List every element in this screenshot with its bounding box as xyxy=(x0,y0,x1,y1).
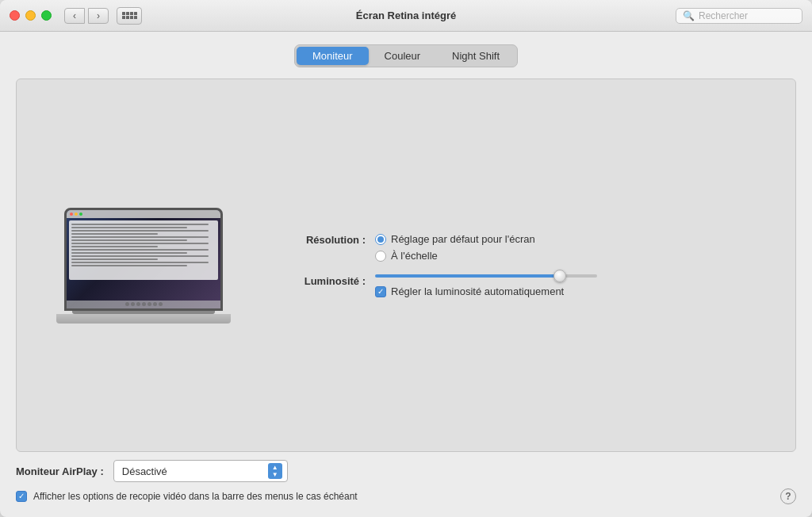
help-button[interactable]: ? xyxy=(780,488,796,504)
laptop-illustration xyxy=(33,192,255,339)
laptop-screen xyxy=(64,208,223,311)
resolution-row: Résolution : Réglage par défaut pour l'é… xyxy=(278,233,764,262)
window-title: Écran Retina intégré xyxy=(356,10,456,21)
brightness-slider[interactable] xyxy=(375,274,597,278)
main-panel: Résolution : Réglage par défaut pour l'é… xyxy=(16,79,796,452)
checkmark-icon: ✓ xyxy=(377,288,384,296)
slider-row xyxy=(375,274,597,278)
radio-scale[interactable] xyxy=(375,251,386,262)
screen-taskbar xyxy=(67,301,220,308)
laptop-hinge xyxy=(72,311,215,314)
brightness-controls: ✓ Régler la luminosité automatiquement xyxy=(375,274,597,297)
auto-brightness-row: ✓ Régler la luminosité automatiquement xyxy=(375,285,597,297)
airplay-value: Désactivé xyxy=(122,465,167,477)
settings-section: Résolution : Réglage par défaut pour l'é… xyxy=(255,233,779,297)
laptop xyxy=(64,208,223,324)
resolution-label: Résolution : xyxy=(278,233,366,246)
brightness-row: Luminosité : ✓ Régler xyxy=(278,274,764,297)
tab-moniteur[interactable]: Moniteur xyxy=(297,47,369,65)
mirror-row: ✓ Afficher les options de recopie vidéo … xyxy=(16,484,796,507)
tabs-container: Moniteur Couleur Night Shift xyxy=(16,44,796,67)
minimize-button[interactable] xyxy=(25,10,36,21)
screen-window xyxy=(69,220,218,280)
bottom-bar: Moniteur AirPlay : Désactivé ▲ ▼ xyxy=(16,452,796,484)
screen-menubar xyxy=(67,210,220,218)
brightness-label: Luminosité : xyxy=(278,274,366,287)
nav-buttons: ‹ › xyxy=(64,8,109,24)
auto-brightness-label: Régler la luminosité automatiquement xyxy=(391,285,564,297)
titlebar: ‹ › Écran Retina intégré 🔍 Rechercher xyxy=(0,0,812,32)
close-button[interactable] xyxy=(10,10,20,21)
search-box[interactable]: 🔍 Rechercher xyxy=(676,8,802,24)
search-placeholder: Rechercher xyxy=(699,10,748,21)
radio-default[interactable] xyxy=(375,234,386,245)
laptop-section: Résolution : Réglage par défaut pour l'é… xyxy=(33,95,779,435)
slider-thumb[interactable] xyxy=(553,270,566,282)
content-area: Moniteur Couleur Night Shift xyxy=(0,32,812,517)
traffic-lights xyxy=(10,10,52,21)
screen-content xyxy=(67,210,220,308)
tab-night-shift[interactable]: Night Shift xyxy=(436,47,515,65)
tab-couleur[interactable]: Couleur xyxy=(369,47,437,65)
grid-button[interactable] xyxy=(117,7,142,25)
laptop-base xyxy=(56,314,231,324)
resolution-option-default[interactable]: Réglage par défaut pour l'écran xyxy=(375,233,535,245)
radio-default-label: Réglage par défaut pour l'écran xyxy=(391,233,535,245)
resolution-option-scale[interactable]: À l'échelle xyxy=(375,250,535,262)
radio-inner xyxy=(377,236,384,243)
forward-button[interactable]: › xyxy=(88,8,109,24)
window: ‹ › Écran Retina intégré 🔍 Rechercher Mo… xyxy=(0,0,812,517)
auto-brightness-checkbox[interactable]: ✓ xyxy=(375,286,386,297)
radio-scale-label: À l'échelle xyxy=(391,250,438,262)
resolution-controls: Réglage par défaut pour l'écran À l'éche… xyxy=(375,233,535,262)
search-icon: 🔍 xyxy=(683,10,695,21)
grid-icon xyxy=(122,12,137,19)
dropdown-arrow-icon: ▲ ▼ xyxy=(268,463,282,479)
airplay-dropdown[interactable]: Désactivé ▲ ▼ xyxy=(113,460,288,482)
maximize-button[interactable] xyxy=(41,10,52,21)
mirror-label: Afficher les options de recopie vidéo da… xyxy=(33,491,358,502)
tabs: Moniteur Couleur Night Shift xyxy=(294,44,518,67)
back-button[interactable]: ‹ xyxy=(64,8,85,24)
airplay-label: Moniteur AirPlay : xyxy=(16,465,104,477)
mirror-checkmark-icon: ✓ xyxy=(18,492,25,500)
mirror-checkbox[interactable]: ✓ xyxy=(16,491,27,502)
